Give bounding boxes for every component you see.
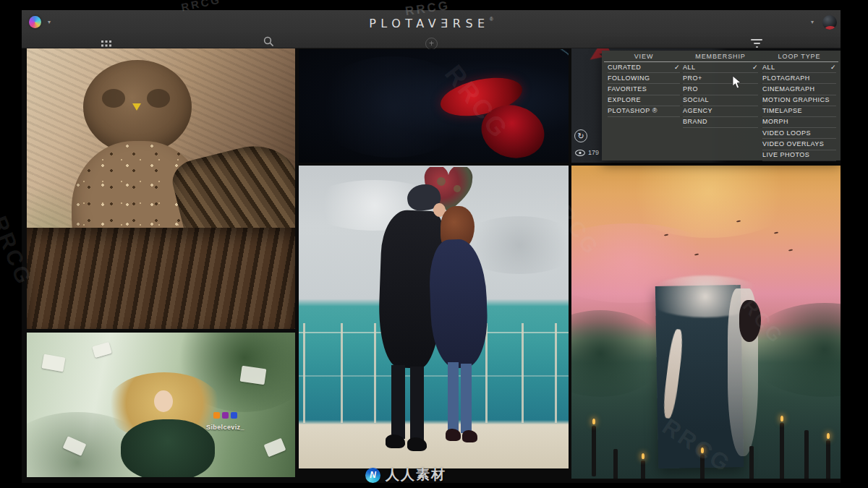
couple-photo-fence-post — [522, 323, 524, 423]
couple-photo-fence-post — [555, 323, 557, 423]
couple-photo-fence-post — [485, 323, 488, 423]
filter-option-label: TIMELAPSE — [762, 106, 802, 116]
filter-option-favorites[interactable]: FAVORITES — [608, 84, 680, 95]
chevron-down-icon[interactable]: ▾ — [811, 20, 814, 25]
couple-photo-fence-post — [303, 323, 305, 423]
page-title: PLOTAVƎRSE® — [22, 17, 841, 30]
filter-option-timelapse[interactable]: TIMELAPSE — [762, 106, 836, 117]
loop-icon[interactable]: ↻ — [574, 129, 587, 142]
couple-photo-fence-post — [341, 323, 343, 423]
checkmark-icon: ✓ — [674, 62, 680, 73]
couple-photo-rope — [299, 375, 569, 377]
owl-photo-bark — [27, 228, 295, 329]
filter-option-agency[interactable]: AGENCY — [683, 106, 758, 117]
filter-option-morph[interactable]: MORPH — [762, 117, 836, 128]
photo-tile-owl[interactable] — [27, 48, 295, 329]
site-logo-icon: N — [365, 468, 380, 483]
photo-credit-icons — [213, 412, 237, 419]
filter-column-membership: ALL✓ PRO+ PRO SOCIAL AGENCY BRAND — [683, 62, 758, 128]
woman-photo-paper — [92, 342, 111, 358]
photo-tile-woman-in-water[interactable]: Sibelceviz_ — [27, 333, 295, 477]
painting-candle — [700, 455, 705, 479]
registered-mark: ® — [490, 17, 493, 22]
filter-option-label: VIDEO OVERLAYS — [762, 139, 824, 150]
filter-option-curated[interactable]: CURATED✓ — [608, 62, 680, 73]
filter-option-label: PRO+ — [683, 73, 702, 84]
owl-photo-eye — [147, 89, 170, 108]
site-watermark: N 人人素材 — [365, 466, 446, 484]
filter-option-video-loops[interactable]: VIDEO LOOPS — [762, 128, 836, 139]
painting-candle-flame — [701, 448, 704, 453]
painting-candle — [592, 426, 596, 476]
filter-option-label: PLOTAGRAPH — [762, 73, 810, 84]
woman-photo-face — [154, 390, 173, 412]
owl-photo-beak — [132, 103, 141, 111]
filter-option-all-looptype[interactable]: ALL✓ — [762, 62, 836, 73]
filter-option-label: EXPLORE — [608, 95, 641, 106]
filter-option-label: LIVE PHOTOS — [762, 150, 809, 160]
filter-option-label: PLOTASHOP ® — [608, 106, 658, 116]
filter-option-explore[interactable]: EXPLORE — [608, 95, 680, 106]
painting-bird — [774, 231, 778, 234]
couple-photo-woman-jeans — [461, 364, 472, 433]
filter-column-looptype: ALL✓ PLOTAGRAPH CINEMAGRAPH MOTION GRAPH… — [762, 62, 836, 161]
filter-option-brand[interactable]: BRAND — [683, 117, 758, 128]
woman-photo-paper — [41, 354, 65, 372]
views-count: 179 — [575, 149, 599, 156]
photo-tile-painting[interactable] — [571, 166, 841, 479]
couple-photo-man-leg — [410, 367, 424, 440]
search-icon[interactable] — [263, 36, 274, 47]
filter-option-live-photos[interactable]: LIVE PHOTOS — [762, 150, 836, 161]
filter-option-label: PRO — [683, 84, 698, 95]
eye-icon — [575, 150, 585, 156]
filter-option-label: ALL — [762, 62, 775, 73]
woman-photo-paper — [264, 438, 286, 457]
filter-dropdown: VIEW MEMBERSHIP LOOP TYPE CURATED✓ FOLLO… — [602, 51, 841, 160]
filter-option-label: ALL — [683, 62, 696, 73]
painting-candle-flame — [642, 453, 644, 459]
couple-photo-woman-jeans — [448, 362, 459, 432]
painting-candle — [780, 423, 784, 479]
filter-option-pro-plus[interactable]: PRO+ — [683, 73, 758, 84]
filter-option-label: FAVORITES — [608, 84, 647, 95]
couple-photo-man-leg — [391, 365, 405, 439]
filter-option-label: AGENCY — [683, 106, 712, 116]
painting-candle-flame — [592, 419, 595, 424]
painting-candle-flame — [827, 433, 830, 439]
couple-photo-woman-boot — [446, 429, 461, 441]
checkmark-icon: ✓ — [752, 62, 758, 73]
checkmark-icon: ✓ — [830, 62, 836, 73]
filter-option-plotashop[interactable]: PLOTASHOP ® — [608, 106, 680, 117]
filter-option-label: MOTION GRAPHICS — [762, 95, 830, 106]
title-bar: ▾ PLOTAVƎRSE® ▾ + — [22, 10, 841, 48]
filter-column-header-looptype: LOOP TYPE — [762, 53, 836, 61]
painting-candle — [749, 446, 754, 479]
filter-option-all-membership[interactable]: ALL✓ — [683, 62, 758, 73]
filter-option-social[interactable]: SOCIAL — [683, 95, 758, 106]
painting-candle — [826, 440, 830, 479]
filter-column-header-view: VIEW — [608, 53, 680, 61]
filter-option-label: FOLLOWING — [608, 73, 650, 84]
filter-option-motion-graphics[interactable]: MOTION GRAPHICS — [762, 95, 836, 106]
photo-tile-rose[interactable] — [299, 49, 569, 163]
couple-photo-woman-boot — [462, 430, 477, 442]
filter-option-plotagraph[interactable]: PLOTAGRAPH — [762, 73, 836, 84]
filter-option-pro[interactable]: PRO — [683, 84, 758, 95]
filter-option-label: CURATED — [608, 62, 641, 73]
owl-photo-eye — [102, 89, 125, 108]
filter-option-video-overlays[interactable]: VIDEO OVERLAYS — [762, 139, 836, 150]
photo-tile-couple[interactable] — [299, 166, 569, 468]
views-count-label: 179 — [588, 149, 599, 156]
add-icon[interactable]: + — [425, 38, 438, 50]
woman-photo-paper — [240, 366, 267, 385]
filter-option-label: VIDEO LOOPS — [762, 128, 811, 139]
filter-option-label: MORPH — [762, 116, 788, 127]
painting-candle — [641, 461, 645, 479]
filter-option-following[interactable]: FOLLOWING — [608, 73, 680, 84]
profile-avatar[interactable] — [822, 15, 837, 30]
screen: ▾ PLOTAVƎRSE® ▾ + — [0, 0, 868, 488]
filter-column-header-membership: MEMBERSHIP — [683, 53, 758, 61]
app-window: ▾ PLOTAVƎRSE® ▾ + — [22, 10, 841, 483]
filter-option-cinemagraph[interactable]: CINEMAGRAPH — [762, 84, 836, 95]
filter-option-label: CINEMAGRAPH — [762, 84, 815, 95]
